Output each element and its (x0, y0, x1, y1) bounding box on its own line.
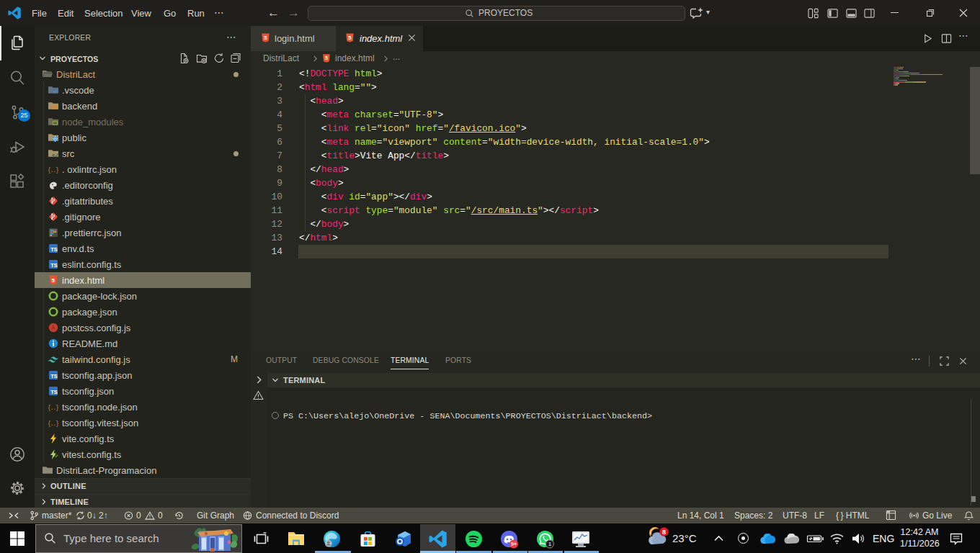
svg-text:{..}: {..} (48, 405, 59, 412)
svg-text:1: 1 (548, 541, 551, 547)
svg-text:5: 5 (348, 35, 351, 41)
svg-text:TS: TS (50, 389, 58, 395)
svg-text:{..}: {..} (48, 167, 59, 174)
svg-text:TS: TS (50, 246, 58, 253)
svg-text:5: 5 (325, 55, 328, 60)
svg-text:8: 8 (662, 528, 666, 536)
svg-text:TS: TS (50, 373, 58, 379)
svg-text:5: 5 (264, 35, 267, 41)
svg-text:</>: </> (52, 153, 59, 158)
svg-text:9+: 9+ (511, 541, 517, 547)
svg-text:5: 5 (52, 277, 55, 284)
svg-text:TS: TS (50, 262, 58, 269)
svg-text:{..}: {..} (48, 421, 59, 428)
